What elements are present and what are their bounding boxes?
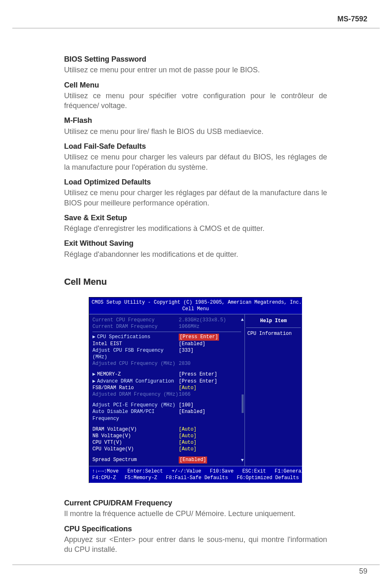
help-divider — [246, 327, 301, 328]
row-cpu-voltage[interactable]: CPU Voltage(V) [Auto] — [92, 446, 241, 452]
sec-title-failsafe: Load Fail-Safe Defaults — [64, 141, 327, 151]
header-product-code: MS-7592 — [337, 15, 367, 23]
row-adjust-cpu-fsb[interactable]: Adjust CPU FSB Frequency (MHz) [333] — [92, 347, 241, 360]
bios-title-line1: CMOS Setup Utility - Copyright (C) 1985-… — [92, 299, 300, 306]
row-cpu-specs[interactable]: ▶CPU Specifications [Press Enter] — [92, 334, 241, 340]
page-number: 59 — [359, 567, 367, 576]
sec-title-optimized: Load Optimized Defaults — [64, 177, 327, 187]
row-pci-e-freq[interactable]: Adjust PCI-E Frequency (MHz) [100] — [92, 402, 241, 408]
hint-select: Enter:Select — [127, 468, 163, 475]
row-auto-disable[interactable]: Auto Disable DRAM/PCI Frequency [Enabled… — [92, 408, 241, 422]
sec-title-cell-menu: Cell Menu — [64, 80, 327, 90]
row-current-cpu-freq: Current CPU Frequency 2.83GHz(333x8.5) — [92, 317, 241, 323]
bios-title-line2: Cell Menu — [92, 306, 300, 312]
sec-body-save-exit: Réglage d'enregistrer les modifications … — [64, 224, 327, 233]
help-body: CPU Information — [247, 330, 300, 337]
sec-title-exit-nosave: Exit Without Saving — [64, 238, 327, 248]
hint-help: F1:General Help — [274, 468, 319, 475]
hint-exit: ESC:Exit — [242, 468, 266, 475]
scroll-down-icon[interactable]: ▼ — [241, 457, 244, 463]
heading-cell-menu: Cell Menu — [64, 276, 327, 288]
scroll-up-icon[interactable]: ▲ — [241, 317, 244, 323]
row-fsb-dram-ratio[interactable]: FSB/DRAM Ratio [Auto] — [92, 385, 241, 391]
sec-title-cpu-specs: CPU Specifications — [64, 524, 327, 534]
sec-title-m-flash: M-Flash — [64, 115, 327, 125]
sec-body-m-flash: Utilisez ce menu pour lire/ flash le BIO… — [64, 127, 327, 136]
row-intel-eist[interactable]: Intel EIST [Enabled] — [92, 341, 241, 347]
bios-window: CMOS Setup Utility - Copyright (C) 1985-… — [89, 297, 302, 483]
scrollbar-thumb[interactable] — [242, 394, 244, 413]
footer-rule — [12, 565, 380, 565]
page-content: BIOS Setting Password Utilisez ce menu p… — [64, 49, 327, 556]
submenu-arrow-icon: ▶ — [92, 378, 95, 384]
divider — [92, 332, 241, 332]
sec-title-cur-cpu-dram: Current CPU/DRAM Frequency — [64, 498, 327, 508]
bios-help-panel: Help Item CPU Information — [244, 314, 302, 466]
submenu-arrow-icon: ▶ — [92, 371, 95, 377]
bios-body: ▲ ▼ Current CPU Frequency 2.83GHz(333x8.… — [89, 314, 302, 466]
hint-cpu-z: F4:CPU-Z — [92, 475, 116, 481]
bios-footer: ↑↓←→:Move Enter:Select +/-/:Value F10:Sa… — [89, 466, 302, 483]
submenu-arrow-icon: ▶ — [92, 334, 95, 340]
sec-body-cell-menu: Utilisez ce menu pour spécifier votre co… — [64, 91, 327, 111]
hint-memory-z: F5:Memory-Z — [125, 475, 157, 481]
row-nb-voltage[interactable]: NB Voltage(V) [Auto] — [92, 433, 241, 439]
help-title: Help Item — [247, 317, 300, 326]
sec-body-cur-cpu-dram: Il montre la fréquence actuelle de CPU/ … — [64, 509, 327, 519]
row-memory-z[interactable]: ▶MEMORY-Z [Press Enter] — [92, 371, 241, 378]
hint-move: ↑↓←→:Move — [92, 468, 119, 475]
hint-value: +/-/:Value — [172, 468, 201, 475]
bios-main-panel: ▲ ▼ Current CPU Frequency 2.83GHz(333x8.… — [89, 314, 244, 466]
row-cpu-vtt[interactable]: CPU VTT(V) [Auto] — [92, 439, 241, 446]
row-current-dram-freq: Current DRAM Frequency 1066MHz — [92, 323, 241, 330]
hint-optimized: F6:Optimized Defaults — [237, 475, 299, 481]
top-rule — [12, 28, 380, 28]
sec-body-exit-nosave: Réglage d'abandonner les modifications e… — [64, 249, 327, 259]
row-adjusted-dram-freq: Adjusted DRAM Frequency (MHz) 1066 — [92, 391, 241, 398]
row-spread-spectrum[interactable]: Spread Spectrum [Enabled] — [92, 457, 241, 463]
bios-title: CMOS Setup Utility - Copyright (C) 1985-… — [89, 297, 302, 314]
sec-title-bios-password: BIOS Setting Password — [64, 54, 327, 64]
hint-failsafe: F8:Fail-Safe Defaults — [166, 475, 228, 481]
sec-title-save-exit: Save & Exit Setup — [64, 213, 327, 223]
row-dram-voltage[interactable]: DRAM Voltage(V) [Auto] — [92, 426, 241, 433]
row-adjusted-cpu-freq: Adjusted CPU Frequency (MHz) 2830 — [92, 360, 241, 367]
sec-body-cpu-specs: Appuyez sur <Enter> pour entrer dans le … — [64, 535, 327, 555]
hint-save: F10:Save — [210, 468, 234, 475]
row-advance-dram[interactable]: ▶Advance DRAM Configuration [Press Enter… — [92, 378, 241, 385]
sec-body-failsafe: Utilisez ce menu pour charger les valeur… — [64, 152, 327, 172]
bios-screenshot: CMOS Setup Utility - Copyright (C) 1985-… — [89, 297, 302, 483]
sec-body-optimized: Utilisez ce menu pour charger les réglag… — [64, 188, 327, 208]
sec-body-bios-password: Utilisez ce menu pour entrer un mot de p… — [64, 65, 327, 75]
